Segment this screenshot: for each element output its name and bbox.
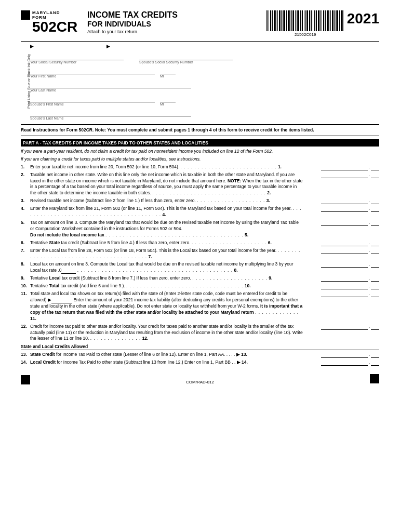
line-10: 10. Tentative Total tax credit (Add line… [21,283,379,289]
first-name-input[interactable] [30,67,155,74]
line-4-num: 4. [21,206,30,212]
spouse-first-name-row: Spouse's First Name MI [30,95,379,106]
side-label: Print Using Blue or Black Ink Only [27,54,31,109]
line-12-text: Credit for income tax paid to other stat… [30,324,306,342]
line-2-cents[interactable] [371,172,379,178]
line-8-input-group: . [306,261,379,268]
line-9-cents[interactable] [371,275,379,282]
line-2: 2. Taxable net income in other state. Wr… [21,172,379,197]
barcode-number: 21502C019 [295,32,316,37]
header-black-square [21,10,30,20]
form-header: MARYLAND FORM 502CR INCOME TAX CREDITS F… [21,10,379,37]
line-2-text: Taxable net income in other state. Write… [30,172,306,197]
spouse-mi-label: MI [160,102,176,106]
mi-input[interactable] [160,67,176,74]
line-1-input[interactable] [321,164,368,170]
line-3-cents[interactable] [371,198,379,204]
line-3-text: Revised taxable net income (Subtract lin… [30,198,306,204]
line-8-cents[interactable] [371,261,379,268]
line-12-num: 12. [21,324,30,330]
line-5-input-group: . [306,220,379,226]
line-11-cents[interactable] [371,291,379,297]
line-2-input[interactable] [321,172,368,178]
line-11-input[interactable] [321,291,368,297]
line-12-cents[interactable] [371,324,379,330]
last-name-input[interactable] [30,81,191,88]
line-5-input[interactable] [321,220,368,226]
line-7-input[interactable] [321,248,368,254]
line-9-input[interactable] [321,275,368,282]
line-5-cents[interactable] [371,220,379,226]
title-line1: INCOME TAX CREDITS [87,10,264,20]
title-line2: FOR INDIVIDUALS [87,20,264,28]
line-1-input-group: . [306,164,379,170]
instructions-box: Read Instructions for Form 502CR. Note: … [21,124,379,136]
line-1-cents[interactable] [371,164,379,170]
line-13-cents[interactable] [371,352,379,358]
line-6-cents[interactable] [371,240,379,246]
line-10-text: Tentative Total tax credit (Add line 6 a… [30,283,306,289]
line-10-cents[interactable] [371,283,379,289]
barcode-image [266,10,344,31]
name-section: Your First Name MI Your Last Name Spouse… [30,67,379,120]
ssn-arrows: ▶ ▶ [30,44,379,49]
mi-field: MI [160,67,176,78]
line-3-num: 3. [21,198,30,204]
first-name-field: Your First Name [30,67,155,78]
line-14-cents[interactable] [371,360,379,366]
line-9-num: 9. [21,275,30,282]
line-2-input-group: . [306,172,379,178]
line-10-input[interactable] [321,283,368,289]
line-8-text: Local tax on amount on line 3. Compute t… [30,261,306,274]
line-13-input[interactable] [321,352,368,358]
line-14: 14. Local Credit for Income Tax Paid to … [21,360,379,366]
line-12-input[interactable] [321,324,368,330]
line-11-num: 11. [21,291,30,297]
first-name-row: Your First Name MI [30,67,379,78]
ssn-field: Your Social Security Number [30,53,124,64]
footer-square-right [370,374,379,383]
spouse-first-name-label: Spouse's First Name [30,102,155,106]
spouse-mi-field: MI [160,95,176,106]
line-13: 13. State Credit for Income Tax Paid to … [21,352,379,358]
line-11: 11. Total state and local tax shown on t… [21,291,379,322]
line-12: 12. Credit for income tax paid to other … [21,324,379,342]
part-a-header: PART A - TAX CREDITS FOR INCOME TAXES PA… [21,139,379,147]
line-8-input[interactable] [321,261,368,268]
spouse-last-name-field: Spouse's Last Name [30,109,191,120]
line-6-input[interactable] [321,240,368,246]
instructions-text: Read Instructions for Form 502CR. Note: … [21,127,379,134]
line-3: 3. Revised taxable net income (Subtract … [21,198,379,204]
line-7-input-group: . [306,248,379,254]
state-label: MARYLAND [32,10,79,15]
line-4-cents[interactable] [371,206,379,212]
spouse-first-name-input[interactable] [30,95,155,102]
line-9-input-group: . [306,275,379,282]
spouse-mi-input[interactable] [160,95,176,102]
spouse-last-name-input[interactable] [30,109,191,116]
line-5: 5. Tax on amount on line 3. Compute the … [21,220,379,238]
spouse-ssn-field: Spouse's Social Security Number [139,53,233,64]
line-9: 9. Tentative Local tax credit (Subtract … [21,275,379,282]
line-5-num: 5. [21,220,30,226]
spouse-first-name-field: Spouse's First Name [30,95,155,106]
line-7-cents[interactable] [371,248,379,254]
spouse-ssn-input[interactable] [139,53,233,60]
ssn-input[interactable] [30,53,124,60]
line-3-input[interactable] [321,198,368,204]
line-4-input[interactable] [321,206,368,212]
line-1-num: 1. [21,164,30,170]
ssn-label: Your Social Security Number [30,60,124,64]
line-8: 8. Local tax on amount on line 3. Comput… [21,261,379,274]
last-name-label: Your Last Name [30,88,191,92]
last-name-row: Your Last Name [30,81,379,92]
ssn-row: Your Social Security Number Spouse's Soc… [30,53,379,64]
line-14-input-group: . [306,360,379,366]
line-1-text: Enter your taxable net income from line … [30,164,306,170]
arrow-ssn-1: ▶ [30,44,34,49]
mi-label: MI [160,74,176,78]
first-name-label: Your First Name [30,74,155,78]
line-13-input-group: . [306,352,379,358]
subsection-header: State and Local Credits Allowed [21,344,379,350]
line-14-input[interactable] [321,360,368,366]
